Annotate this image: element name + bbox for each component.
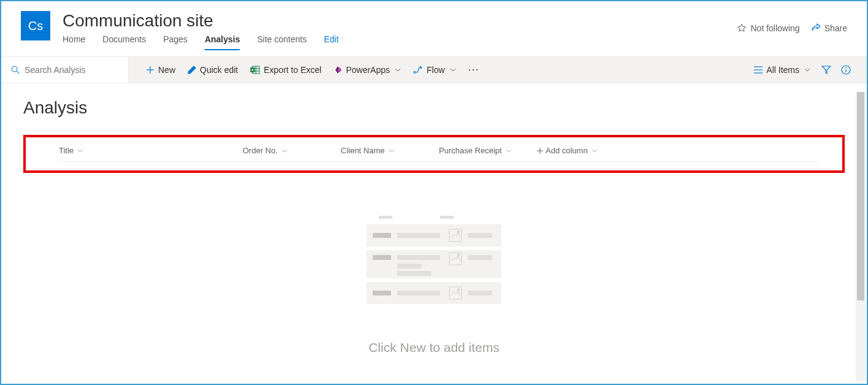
svg-point-18: [845, 67, 847, 69]
plus-icon: [146, 66, 154, 74]
svg-point-12: [476, 69, 477, 71]
nav-site-contents[interactable]: Site contents: [257, 34, 306, 50]
filter-icon: [821, 66, 831, 74]
column-client-label: Client Name: [341, 146, 385, 155]
add-column-label: Add column: [546, 146, 588, 155]
svg-point-10: [468, 69, 470, 71]
site-header: Cs Communication site Home Documents Pag…: [1, 1, 867, 50]
svg-rect-29: [367, 250, 501, 278]
site-title[interactable]: Communication site: [63, 11, 847, 31]
list-icon: [754, 66, 763, 74]
pencil-icon: [188, 66, 196, 74]
not-following-label: Not following: [750, 23, 799, 33]
export-label: Export to Excel: [264, 65, 321, 75]
vertical-scrollbar[interactable]: [856, 92, 866, 381]
svg-rect-24: [373, 233, 391, 238]
view-selector[interactable]: All Items: [748, 57, 817, 83]
share-icon: [811, 23, 821, 33]
plus-icon: [537, 148, 543, 154]
svg-rect-22: [440, 216, 454, 219]
nav-pages[interactable]: Pages: [163, 34, 188, 50]
nav-edit[interactable]: Edit: [324, 34, 338, 50]
chevron-down-icon: [395, 67, 401, 73]
chevron-down-icon: [804, 67, 810, 73]
more-button[interactable]: [462, 57, 484, 83]
add-column-button[interactable]: Add column: [537, 146, 629, 155]
view-label: All Items: [766, 65, 799, 75]
search-input[interactable]: [25, 65, 118, 75]
column-header-highlight: Title Order No. Client Name Purchase Rec…: [23, 135, 845, 173]
svg-line-1: [17, 71, 19, 74]
share-label: Share: [824, 23, 847, 33]
svg-rect-32: [397, 264, 422, 269]
nav-analysis[interactable]: Analysis: [205, 34, 240, 50]
chevron-down-icon: [506, 148, 512, 154]
share-button[interactable]: Share: [811, 23, 847, 33]
chevron-down-icon: [450, 67, 456, 73]
export-excel-button[interactable]: Export to Excel: [244, 57, 327, 83]
filter-button[interactable]: [817, 57, 836, 83]
search-icon: [11, 65, 20, 75]
nav-documents[interactable]: Documents: [102, 34, 146, 50]
column-title[interactable]: Title: [59, 146, 243, 155]
site-block: Communication site Home Documents Pages …: [63, 11, 847, 50]
svg-rect-39: [397, 291, 440, 295]
quick-edit-label: Quick edit: [200, 65, 238, 75]
header-actions: Not following Share: [737, 23, 847, 33]
svg-rect-30: [373, 255, 391, 260]
command-row: New Quick edit Export to Excel PowerApps…: [1, 56, 867, 83]
not-following-button[interactable]: Not following: [737, 23, 799, 33]
empty-caption: Click New to add items: [23, 340, 845, 355]
svg-rect-38: [373, 291, 391, 295]
search-box[interactable]: [1, 57, 129, 83]
ellipsis-icon: [468, 69, 478, 71]
svg-rect-21: [379, 216, 392, 219]
top-nav: Home Documents Pages Analysis Site conte…: [63, 34, 847, 50]
powerapps-icon: [333, 66, 342, 74]
scrollbar-thumb[interactable]: [857, 92, 864, 300]
chevron-down-icon: [389, 148, 395, 154]
column-header-row: Title Order No. Client Name Purchase Rec…: [26, 146, 842, 155]
flow-button[interactable]: Flow: [407, 57, 462, 83]
chevron-down-icon: [77, 148, 83, 154]
info-icon: [841, 65, 851, 75]
command-bar: New Quick edit Export to Excel PowerApps…: [129, 57, 867, 83]
column-order-no[interactable]: Order No.: [243, 146, 341, 155]
svg-rect-25: [397, 233, 440, 238]
chevron-down-icon: [592, 148, 598, 154]
column-title-label: Title: [59, 146, 74, 155]
flow-label: Flow: [427, 65, 445, 75]
powerapps-label: PowerApps: [346, 65, 390, 75]
new-button[interactable]: New: [140, 57, 181, 83]
column-client-name[interactable]: Client Name: [341, 146, 439, 155]
empty-illustration: [367, 216, 501, 310]
svg-point-35: [457, 254, 460, 256]
column-purchase-receipt[interactable]: Purchase Receipt: [439, 146, 537, 155]
star-icon: [737, 23, 747, 33]
site-logo[interactable]: Cs: [21, 11, 50, 40]
info-button[interactable]: [836, 57, 856, 83]
svg-rect-42: [468, 291, 492, 295]
svg-rect-33: [397, 271, 431, 276]
new-label: New: [158, 65, 175, 75]
svg-rect-28: [468, 233, 492, 238]
chevron-down-icon: [281, 148, 287, 154]
svg-point-41: [457, 288, 460, 291]
column-header-divider: [59, 161, 818, 162]
svg-point-9: [414, 72, 416, 74]
main-content: Analysis Title Order No. Client Name Pur…: [1, 83, 867, 379]
svg-point-0: [12, 66, 17, 72]
column-order-label: Order No.: [243, 146, 278, 155]
page-title: Analysis: [23, 98, 845, 118]
quick-edit-button[interactable]: Quick edit: [181, 57, 244, 83]
svg-rect-31: [397, 255, 440, 260]
flow-icon: [413, 66, 423, 74]
svg-point-11: [472, 69, 473, 71]
nav-home[interactable]: Home: [63, 34, 85, 50]
column-receipt-label: Purchase Receipt: [439, 146, 502, 155]
excel-icon: [250, 66, 260, 74]
powerapps-button[interactable]: PowerApps: [327, 57, 407, 83]
svg-rect-36: [468, 255, 492, 260]
empty-state: Click New to add items: [23, 216, 845, 355]
svg-point-27: [457, 231, 460, 233]
